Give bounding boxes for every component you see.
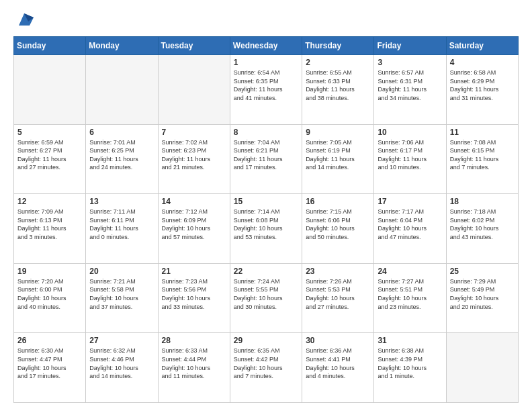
calendar-cell: 4Sunrise: 6:58 AMSunset: 6:29 PMDaylight… bbox=[446, 55, 518, 125]
day-info: Sunrise: 7:17 AMSunset: 6:04 PMDaylight:… bbox=[378, 208, 442, 241]
day-info: Sunrise: 6:38 AMSunset: 4:39 PMDaylight:… bbox=[378, 347, 442, 380]
day-number: 1 bbox=[234, 58, 298, 67]
calendar-cell: 21Sunrise: 7:23 AMSunset: 5:56 PMDayligh… bbox=[158, 263, 230, 333]
day-number: 16 bbox=[306, 197, 370, 206]
calendar-cell: 12Sunrise: 7:09 AMSunset: 6:13 PMDayligh… bbox=[14, 194, 86, 264]
day-info: Sunrise: 7:01 AMSunset: 6:25 PMDaylight:… bbox=[89, 138, 154, 172]
day-info: Sunrise: 7:02 AMSunset: 6:23 PMDaylight:… bbox=[162, 138, 226, 172]
logo-icon bbox=[15, 11, 34, 30]
day-number: 5 bbox=[17, 128, 82, 137]
calendar-cell: 1Sunrise: 6:54 AMSunset: 6:35 PMDaylight… bbox=[230, 55, 302, 125]
day-number: 13 bbox=[89, 197, 154, 206]
day-number: 7 bbox=[162, 128, 226, 137]
day-number: 11 bbox=[450, 128, 515, 137]
page: SundayMondayTuesdayWednesdayThursdayFrid… bbox=[0, 0, 532, 411]
calendar-cell: 18Sunrise: 7:18 AMSunset: 6:02 PMDayligh… bbox=[446, 194, 518, 264]
calendar-cell: 19Sunrise: 7:20 AMSunset: 6:00 PMDayligh… bbox=[14, 263, 86, 333]
day-info: Sunrise: 6:30 AMSunset: 4:47 PMDaylight:… bbox=[17, 347, 82, 380]
day-number: 27 bbox=[89, 336, 154, 345]
logo bbox=[13, 11, 34, 30]
day-info: Sunrise: 6:36 AMSunset: 4:41 PMDaylight:… bbox=[306, 347, 370, 380]
calendar-cell: 11Sunrise: 7:08 AMSunset: 6:15 PMDayligh… bbox=[446, 124, 518, 194]
weekday-header-tuesday: Tuesday bbox=[158, 37, 230, 55]
day-number: 18 bbox=[450, 197, 515, 206]
day-number: 22 bbox=[234, 267, 298, 276]
week-row-1: 5Sunrise: 6:59 AMSunset: 6:27 PMDaylight… bbox=[14, 124, 519, 194]
week-row-0: 1Sunrise: 6:54 AMSunset: 6:35 PMDaylight… bbox=[14, 55, 519, 125]
day-info: Sunrise: 7:24 AMSunset: 5:55 PMDaylight:… bbox=[234, 277, 298, 311]
calendar-cell: 25Sunrise: 7:29 AMSunset: 5:49 PMDayligh… bbox=[446, 263, 518, 333]
calendar-cell: 13Sunrise: 7:11 AMSunset: 6:11 PMDayligh… bbox=[86, 194, 158, 264]
day-info: Sunrise: 6:55 AMSunset: 6:33 PMDaylight:… bbox=[306, 68, 370, 102]
day-info: Sunrise: 7:14 AMSunset: 6:08 PMDaylight:… bbox=[234, 208, 298, 241]
day-info: Sunrise: 7:18 AMSunset: 6:02 PMDaylight:… bbox=[450, 208, 515, 241]
calendar-cell: 28Sunrise: 6:33 AMSunset: 4:44 PMDayligh… bbox=[158, 333, 230, 403]
day-number: 4 bbox=[450, 58, 515, 67]
calendar-cell: 29Sunrise: 6:35 AMSunset: 4:42 PMDayligh… bbox=[230, 333, 302, 403]
day-info: Sunrise: 7:23 AMSunset: 5:56 PMDaylight:… bbox=[162, 277, 226, 311]
day-number: 28 bbox=[162, 336, 226, 345]
day-number: 2 bbox=[306, 58, 370, 67]
weekday-header-friday: Friday bbox=[374, 37, 446, 55]
day-info: Sunrise: 7:06 AMSunset: 6:17 PMDaylight:… bbox=[378, 138, 442, 172]
calendar-cell: 20Sunrise: 7:21 AMSunset: 5:58 PMDayligh… bbox=[86, 263, 158, 333]
day-number: 8 bbox=[234, 128, 298, 137]
day-info: Sunrise: 7:15 AMSunset: 6:06 PMDaylight:… bbox=[306, 208, 370, 241]
day-info: Sunrise: 6:59 AMSunset: 6:27 PMDaylight:… bbox=[17, 138, 82, 172]
weekday-header-monday: Monday bbox=[86, 37, 158, 55]
calendar-cell: 30Sunrise: 6:36 AMSunset: 4:41 PMDayligh… bbox=[302, 333, 374, 403]
week-row-4: 26Sunrise: 6:30 AMSunset: 4:47 PMDayligh… bbox=[14, 333, 519, 403]
day-number: 19 bbox=[17, 267, 82, 276]
day-info: Sunrise: 7:27 AMSunset: 5:51 PMDaylight:… bbox=[378, 277, 442, 311]
calendar-cell: 15Sunrise: 7:14 AMSunset: 6:08 PMDayligh… bbox=[230, 194, 302, 264]
calendar-cell: 7Sunrise: 7:02 AMSunset: 6:23 PMDaylight… bbox=[158, 124, 230, 194]
calendar-cell: 8Sunrise: 7:04 AMSunset: 6:21 PMDaylight… bbox=[230, 124, 302, 194]
calendar-cell: 14Sunrise: 7:12 AMSunset: 6:09 PMDayligh… bbox=[158, 194, 230, 264]
calendar-cell: 31Sunrise: 6:38 AMSunset: 4:39 PMDayligh… bbox=[374, 333, 446, 403]
calendar-cell bbox=[14, 55, 86, 125]
day-info: Sunrise: 7:04 AMSunset: 6:21 PMDaylight:… bbox=[234, 138, 298, 172]
day-info: Sunrise: 6:58 AMSunset: 6:29 PMDaylight:… bbox=[450, 68, 515, 102]
day-info: Sunrise: 7:26 AMSunset: 5:53 PMDaylight:… bbox=[306, 277, 370, 311]
calendar-table: SundayMondayTuesdayWednesdayThursdayFrid… bbox=[13, 36, 519, 403]
weekday-header-saturday: Saturday bbox=[446, 37, 518, 55]
calendar-cell: 17Sunrise: 7:17 AMSunset: 6:04 PMDayligh… bbox=[374, 194, 446, 264]
calendar-cell: 24Sunrise: 7:27 AMSunset: 5:51 PMDayligh… bbox=[374, 263, 446, 333]
day-number: 29 bbox=[234, 336, 298, 345]
calendar-cell: 10Sunrise: 7:06 AMSunset: 6:17 PMDayligh… bbox=[374, 124, 446, 194]
week-row-3: 19Sunrise: 7:20 AMSunset: 6:00 PMDayligh… bbox=[14, 263, 519, 333]
day-info: Sunrise: 7:11 AMSunset: 6:11 PMDaylight:… bbox=[89, 208, 154, 241]
weekday-header-thursday: Thursday bbox=[302, 37, 374, 55]
day-info: Sunrise: 7:29 AMSunset: 5:49 PMDaylight:… bbox=[450, 277, 515, 311]
day-number: 31 bbox=[378, 336, 442, 345]
calendar-cell: 5Sunrise: 6:59 AMSunset: 6:27 PMDaylight… bbox=[14, 124, 86, 194]
day-number: 21 bbox=[162, 267, 226, 276]
day-info: Sunrise: 7:05 AMSunset: 6:19 PMDaylight:… bbox=[306, 138, 370, 172]
day-info: Sunrise: 6:54 AMSunset: 6:35 PMDaylight:… bbox=[234, 68, 298, 102]
day-number: 23 bbox=[306, 267, 370, 276]
calendar-cell: 16Sunrise: 7:15 AMSunset: 6:06 PMDayligh… bbox=[302, 194, 374, 264]
weekday-header-sunday: Sunday bbox=[14, 37, 86, 55]
day-number: 15 bbox=[234, 197, 298, 206]
day-number: 30 bbox=[306, 336, 370, 345]
day-number: 26 bbox=[17, 336, 82, 345]
weekday-header-row: SundayMondayTuesdayWednesdayThursdayFrid… bbox=[14, 37, 519, 55]
day-number: 6 bbox=[89, 128, 154, 137]
day-info: Sunrise: 6:57 AMSunset: 6:31 PMDaylight:… bbox=[378, 68, 442, 102]
calendar-cell: 23Sunrise: 7:26 AMSunset: 5:53 PMDayligh… bbox=[302, 263, 374, 333]
calendar-cell: 3Sunrise: 6:57 AMSunset: 6:31 PMDaylight… bbox=[374, 55, 446, 125]
calendar-cell: 9Sunrise: 7:05 AMSunset: 6:19 PMDaylight… bbox=[302, 124, 374, 194]
weekday-header-wednesday: Wednesday bbox=[230, 37, 302, 55]
day-number: 9 bbox=[306, 128, 370, 137]
day-info: Sunrise: 7:12 AMSunset: 6:09 PMDaylight:… bbox=[162, 208, 226, 241]
day-number: 10 bbox=[378, 128, 442, 137]
calendar-cell: 6Sunrise: 7:01 AMSunset: 6:25 PMDaylight… bbox=[86, 124, 158, 194]
calendar-cell: 22Sunrise: 7:24 AMSunset: 5:55 PMDayligh… bbox=[230, 263, 302, 333]
day-number: 25 bbox=[450, 267, 515, 276]
day-info: Sunrise: 7:21 AMSunset: 5:58 PMDaylight:… bbox=[89, 277, 154, 311]
day-info: Sunrise: 6:35 AMSunset: 4:42 PMDaylight:… bbox=[234, 347, 298, 380]
day-info: Sunrise: 7:08 AMSunset: 6:15 PMDaylight:… bbox=[450, 138, 515, 172]
day-info: Sunrise: 6:33 AMSunset: 4:44 PMDaylight:… bbox=[162, 347, 226, 380]
day-number: 12 bbox=[17, 197, 82, 206]
day-number: 24 bbox=[378, 267, 442, 276]
